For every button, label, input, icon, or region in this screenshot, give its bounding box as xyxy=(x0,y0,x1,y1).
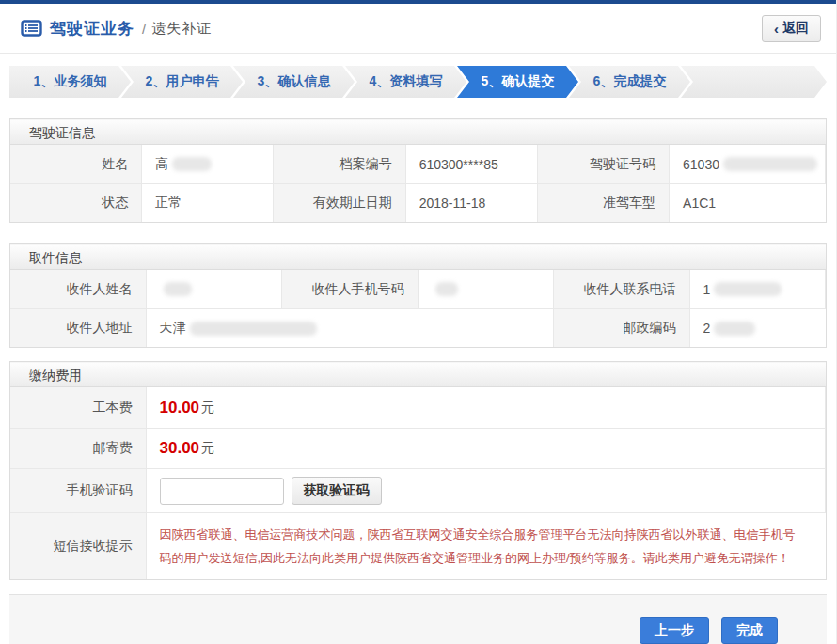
field-label: 准驾车型 xyxy=(538,183,670,222)
field-value xyxy=(418,270,555,308)
step-tab-label: 1、业务须知 xyxy=(34,73,107,90)
field-label: 收件人姓名 xyxy=(10,270,147,308)
field-value-text: 高 xyxy=(155,156,168,173)
field-label: 短信接收提示 xyxy=(10,512,147,579)
field-value: 610300****85 xyxy=(406,145,538,183)
redacted-blur xyxy=(190,322,317,336)
step-tab-label: 5、确认提交 xyxy=(482,73,555,90)
field-label: 档案编号 xyxy=(274,145,405,183)
field-value-text: 天津 xyxy=(160,320,186,337)
field-value xyxy=(147,270,283,308)
step-tab-3[interactable]: 3、确认信息 xyxy=(233,66,355,98)
finish-button[interactable]: 完成 xyxy=(721,617,778,644)
section-title: 驾驶证信息 xyxy=(10,119,826,145)
field-label: 手机验证码 xyxy=(10,468,147,512)
captcha-input[interactable] xyxy=(160,478,284,505)
section-title: 取件信息 xyxy=(10,244,826,270)
section-table: 工本费10.00元邮寄费30.00元手机验证码获取验证码短信接收提示因陕西省联通… xyxy=(10,387,826,579)
section: 驾驶证信息姓名高档案编号610300****85驾驶证号码61030状态正常有效… xyxy=(9,118,827,223)
back-button-label: 返回 xyxy=(782,20,809,37)
field-value-text: 正常 xyxy=(155,195,182,212)
step-bar-filler xyxy=(681,66,827,98)
field-value-text: 2018-11-18 xyxy=(419,196,486,211)
previous-step-button[interactable]: 上一步 xyxy=(640,617,709,644)
field-value-text: 61030 xyxy=(683,157,719,172)
field-label: 有效期止日期 xyxy=(274,183,405,222)
list-icon xyxy=(21,20,42,37)
field-label: 邮寄费 xyxy=(10,428,147,468)
redacted-blur xyxy=(435,282,458,296)
redacted-blur xyxy=(714,322,755,336)
field-value: 2 xyxy=(690,308,827,347)
field-value: 因陕西省联通、电信运营商技术问题，陕西省互联网交通安全综合服务管理平台无法向持陕… xyxy=(147,512,827,579)
field-value: 30.00元 xyxy=(147,428,827,468)
field-value-text: A1C1 xyxy=(683,196,716,211)
step-tab-1[interactable]: 1、业务须知 xyxy=(9,66,131,98)
back-button[interactable]: ‹ 返回 xyxy=(762,15,821,42)
section-table: 姓名高档案编号610300****85驾驶证号码61030状态正常有效期止日期2… xyxy=(10,145,826,222)
field-label: 收件人地址 xyxy=(10,308,147,347)
field-value: 获取验证码 xyxy=(147,468,827,512)
field-value: 正常 xyxy=(142,183,274,222)
get-code-button[interactable]: 获取验证码 xyxy=(292,477,382,505)
field-label: 姓名 xyxy=(10,145,142,183)
section-title: 缴纳费用 xyxy=(10,362,826,387)
step-tab-2[interactable]: 2、用户申告 xyxy=(121,66,243,98)
field-value: 61030 xyxy=(670,145,826,183)
step-tab-4[interactable]: 4、资料填写 xyxy=(345,66,466,98)
page: 驾驶证业务 / 遗失补证 ‹ 返回 1、业务须知2、用户申告3、确认信息4、资料… xyxy=(0,0,837,644)
redacted-blur xyxy=(714,282,782,296)
field-value: 天津 xyxy=(147,308,555,347)
step-tab-label: 3、确认信息 xyxy=(258,73,331,90)
step-wizard: 1、业务须知2、用户申告3、确认信息4、资料填写5、确认提交6、完成提交 xyxy=(9,66,827,98)
field-label: 收件人手机号码 xyxy=(282,270,418,308)
section: 取件信息收件人姓名收件人手机号码收件人联系电话1收件人地址天津邮政编码2 xyxy=(9,243,827,348)
redacted-blur xyxy=(164,282,192,296)
fee-unit: 元 xyxy=(201,440,214,457)
breadcrumb-separator: / xyxy=(142,21,146,37)
field-value: 2018-11-18 xyxy=(406,183,538,222)
field-label: 驾驶证号码 xyxy=(538,145,670,183)
step-tab-5[interactable]: 5、确认提交 xyxy=(457,66,578,98)
section-table: 收件人姓名收件人手机号码收件人联系电话1收件人地址天津邮政编码2 xyxy=(10,270,826,347)
field-value-text: 1 xyxy=(703,282,711,297)
step-tab-6[interactable]: 6、完成提交 xyxy=(569,66,690,98)
redacted-blur xyxy=(172,157,212,171)
field-value: 高 xyxy=(142,145,274,183)
fee-amount: 10.00 xyxy=(160,399,200,417)
content-area: 驾驶证信息姓名高档案编号610300****85驾驶证号码61030状态正常有效… xyxy=(0,118,836,580)
field-value: 1 xyxy=(690,270,827,308)
step-tab-label: 2、用户申告 xyxy=(146,73,219,90)
field-label: 状态 xyxy=(10,183,142,222)
field-label: 邮政编码 xyxy=(554,308,690,347)
chevron-left-icon: ‹ xyxy=(774,21,779,37)
footer-action-bar: 上一步 完成 xyxy=(9,594,827,644)
field-value: 10.00元 xyxy=(147,387,827,428)
sms-notice-text: 因陕西省联通、电信运营商技术问题，陕西省互联网交通安全综合服务管理平台无法向持陕… xyxy=(160,517,819,575)
redacted-blur xyxy=(723,157,817,171)
step-tab-label: 6、完成提交 xyxy=(593,73,667,90)
field-label: 收件人联系电话 xyxy=(554,270,690,308)
step-tab-label: 4、资料填写 xyxy=(370,73,443,90)
field-label: 工本费 xyxy=(10,387,147,428)
field-value-text: 2 xyxy=(703,321,711,336)
page-title: 驾驶证业务 xyxy=(50,18,134,39)
field-value-text: 610300****85 xyxy=(419,157,498,172)
field-value: A1C1 xyxy=(670,183,826,222)
section: 缴纳费用工本费10.00元邮寄费30.00元手机验证码获取验证码短信接收提示因陕… xyxy=(9,361,827,580)
breadcrumb-current: 遗失补证 xyxy=(151,20,212,38)
fee-unit: 元 xyxy=(201,400,214,416)
fee-amount: 30.00 xyxy=(160,439,200,458)
page-header: 驾驶证业务 / 遗失补证 ‹ 返回 xyxy=(0,4,836,54)
